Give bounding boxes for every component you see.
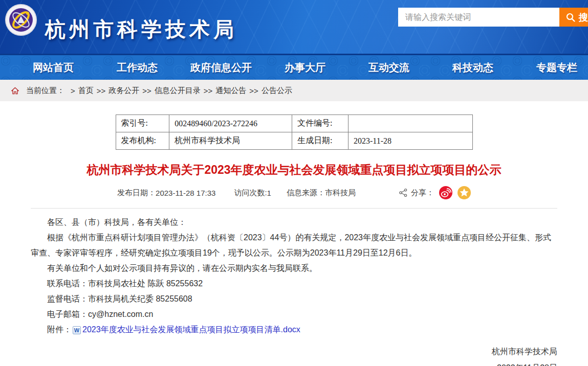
search-button[interactable]: 搜索 bbox=[559, 8, 588, 27]
search-box: 搜索 bbox=[398, 8, 588, 27]
search-icon bbox=[565, 12, 576, 22]
signature-date: 2023年11月28日 bbox=[31, 360, 557, 366]
attachment-label: 附件： bbox=[47, 325, 72, 334]
article-body: 各区、县（市）科技局，各有关单位： 根据《杭州市重点科研计划项目管理办法》（杭科… bbox=[31, 209, 557, 366]
issuer-value: 杭州市科学技术局 bbox=[169, 132, 292, 150]
share-group: 分享： bbox=[399, 186, 471, 199]
attachment-link[interactable]: 2023年度农业与社会发展领域重点项目拟立项项目清单.docx bbox=[82, 325, 300, 334]
paragraph-main: 根据《杭州市重点科研计划项目管理办法》（杭科资〔2023〕44号）的有关规定，2… bbox=[31, 230, 557, 261]
breadcrumb-item-announcements[interactable]: 公告公示 bbox=[262, 86, 292, 96]
paragraph-supervise-phone: 监督电话：市科技局机关纪委 85255608 bbox=[31, 291, 557, 307]
breadcrumb-separator: >> bbox=[249, 86, 258, 95]
signature-block: 杭州市科学技术局 2023年11月28日 bbox=[31, 344, 557, 366]
breadcrumb-separator: > bbox=[71, 86, 75, 95]
home-icon bbox=[11, 87, 19, 95]
publish-date: 发布日期： 2023-11-28 17:33 bbox=[117, 188, 215, 198]
attachment-line: 附件：W2023年度农业与社会发展领域重点项目拟立项项目清单.docx bbox=[31, 322, 557, 337]
breadcrumb-separator: >> bbox=[142, 86, 151, 95]
weibo-icon[interactable] bbox=[439, 186, 452, 199]
breadcrumb-item-gov-open[interactable]: 政务公开 bbox=[108, 86, 139, 96]
signature-org: 杭州市科学技术局 bbox=[31, 344, 557, 360]
visit-count-label: 访问次数: bbox=[234, 188, 267, 198]
nav-item-gov-info[interactable]: 政府信息公开 bbox=[179, 55, 263, 80]
qzone-icon[interactable] bbox=[458, 186, 471, 199]
article-page: 索引号: 002489460/2023-272246 文件编号: 发布机构: 杭… bbox=[0, 115, 588, 366]
search-input[interactable] bbox=[398, 8, 559, 27]
bureau-emblem-logo bbox=[5, 4, 37, 36]
breadcrumb-separator: >> bbox=[204, 86, 213, 95]
site-header: 杭州市科学技术局 搜索 bbox=[0, 0, 588, 55]
nav-item-work-news[interactable]: 工作动态 bbox=[95, 55, 179, 80]
breadcrumb-item-notices[interactable]: 通知公告 bbox=[215, 86, 246, 96]
nav-item-service-hall[interactable]: 办事大厅 bbox=[263, 55, 347, 80]
nav-item-interaction[interactable]: 互动交流 bbox=[347, 55, 431, 80]
paragraph-salutation: 各区、县（市）科技局，各有关单位： bbox=[31, 215, 557, 230]
file-number-value bbox=[348, 115, 472, 132]
share-icon bbox=[399, 188, 408, 197]
paragraph-email: 电子邮箱：cy@hznet.com.cn bbox=[31, 307, 557, 322]
main-nav: 网站首页 工作动态 政府信息公开 办事大厅 互动交流 科技动态 专题专栏 bbox=[0, 55, 588, 80]
breadcrumb-item-home[interactable]: 首页 bbox=[78, 86, 94, 96]
generate-date-label: 生成日期: bbox=[292, 132, 349, 150]
share-label: 分享： bbox=[411, 188, 434, 198]
info-source-label: 信息来源： bbox=[287, 188, 325, 198]
breadcrumb: 当前位置： > 首页 >> 政务公开 >> 信息公开目录 >> 通知公告 >> … bbox=[0, 80, 588, 101]
paragraph-contact-phone: 联系电话：市科技局农社处 陈跃 85255632 bbox=[31, 276, 557, 291]
issuer-label: 发布机构: bbox=[116, 132, 169, 150]
publish-date-value: 2023-11-28 17:33 bbox=[156, 189, 215, 197]
visit-count-value: 1 bbox=[267, 189, 271, 197]
info-source: 信息来源： 市科技局 bbox=[287, 188, 356, 198]
search-button-label: 搜索 bbox=[579, 11, 588, 24]
index-number-value: 002489460/2023-272246 bbox=[169, 115, 292, 132]
paragraph-objection: 有关单位和个人如对公示项目持有异议的，请在公示期内实名与我局联系。 bbox=[31, 261, 557, 276]
word-doc-icon: W bbox=[73, 326, 81, 334]
visit-count: 访问次数: 1 bbox=[234, 188, 271, 198]
page-title: 杭州市科学技术局关于2023年度农业与社会发展领域重点项目拟立项项目的公示 bbox=[31, 162, 557, 178]
table-row: 索引号: 002489460/2023-272246 文件编号: bbox=[116, 115, 472, 132]
generate-date-value: 2023-11-28 bbox=[348, 132, 472, 150]
file-number-label: 文件编号: bbox=[292, 115, 349, 132]
article-meta-row: 发布日期： 2023-11-28 17:33 访问次数: 1 信息来源： 市科技… bbox=[31, 186, 557, 199]
nav-item-special-topics[interactable]: 专题专栏 bbox=[515, 55, 588, 80]
index-number-label: 索引号: bbox=[116, 115, 169, 132]
info-source-value: 市科技局 bbox=[325, 188, 356, 198]
nav-item-tech-news[interactable]: 科技动态 bbox=[431, 55, 515, 80]
doc-meta-table: 索引号: 002489460/2023-272246 文件编号: 发布机构: 杭… bbox=[116, 115, 473, 150]
table-row: 发布机构: 杭州市科学技术局 生成日期: 2023-11-28 bbox=[116, 132, 472, 150]
nav-item-home[interactable]: 网站首页 bbox=[11, 55, 95, 80]
breadcrumb-separator: >> bbox=[97, 86, 106, 95]
site-title: 杭州市科学技术局 bbox=[45, 15, 237, 43]
breadcrumb-label: 当前位置： bbox=[26, 86, 64, 96]
breadcrumb-item-info-catalog[interactable]: 信息公开目录 bbox=[155, 86, 201, 96]
publish-date-label: 发布日期： bbox=[117, 188, 156, 198]
